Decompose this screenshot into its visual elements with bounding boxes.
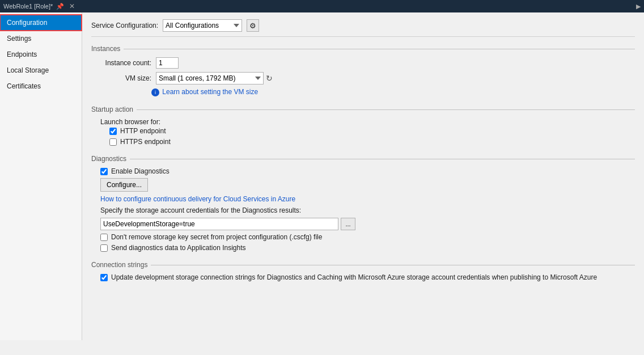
service-config-select[interactable]: All Configurations Cloud Local: [163, 19, 242, 32]
service-config-row: Service Configuration: All Configuration…: [91, 19, 635, 37]
storage-input-row: ...: [91, 218, 635, 230]
sidebar-item-certificates[interactable]: Certificates: [0, 78, 82, 94]
cloud-services-link[interactable]: How to configure continuous delivery for…: [100, 195, 295, 203]
diagnostics-section: Diagnostics Enable Diagnostics Configure…: [91, 155, 635, 252]
instance-count-input[interactable]: [156, 57, 179, 69]
learn-link-row: i Learn about setting the VM size: [91, 88, 635, 96]
update-connection-strings-label: Update development storage connection st…: [111, 273, 597, 281]
instances-section: Instances Instance count: VM size: Small…: [91, 45, 635, 96]
https-endpoint-label: HTTPS endpoint: [120, 138, 171, 146]
send-diagnostics-label: Send diagnostics data to Application Ins…: [111, 244, 246, 252]
title-bar-right: ▶: [636, 3, 641, 10]
launch-browser-label: Launch browser for:: [100, 118, 160, 126]
diagnostics-section-header: Diagnostics: [91, 155, 635, 163]
instance-count-row: Instance count:: [91, 57, 635, 69]
vm-size-select[interactable]: Small (1 cores, 1792 MB) Medium (2 cores…: [156, 72, 264, 84]
vm-size-row: VM size: Small (1 cores, 1792 MB) Medium…: [91, 72, 635, 84]
tab-close-btn[interactable]: ✕: [67, 2, 77, 11]
send-diagnostics-row: Send diagnostics data to Application Ins…: [91, 244, 635, 252]
launch-browser-label-row: Launch browser for:: [91, 118, 635, 126]
title-bar: WebRole1 [Role]* 📌 ✕ ▶: [0, 0, 644, 12]
no-remove-storage-label: Don't remove storage key secret from pro…: [111, 233, 322, 241]
no-remove-storage-checkbox[interactable]: [100, 234, 108, 241]
enable-diagnostics-checkbox[interactable]: [100, 168, 108, 175]
connection-strings-header: Connection strings: [91, 261, 635, 269]
sidebar-item-settings[interactable]: Settings: [0, 31, 82, 47]
instances-section-header: Instances: [91, 45, 635, 53]
http-endpoint-label: HTTP endpoint: [120, 127, 166, 135]
sidebar: Configuration Settings Endpoints Local S…: [0, 12, 82, 340]
startup-action-header: Startup action: [91, 105, 635, 113]
title-bar-left: WebRole1 [Role]* 📌 ✕: [3, 2, 77, 11]
scroll-right-icon[interactable]: ▶: [636, 3, 641, 10]
info-icon: i: [151, 88, 159, 96]
storage-account-input[interactable]: [100, 218, 338, 230]
sidebar-item-local-storage[interactable]: Local Storage: [0, 62, 82, 78]
no-remove-storage-row: Don't remove storage key secret from pro…: [91, 233, 635, 241]
http-endpoint-row: HTTP endpoint: [91, 127, 635, 135]
sidebar-item-configuration[interactable]: Configuration: [0, 15, 82, 31]
startup-action-section: Startup action Launch browser for: HTTP …: [91, 105, 635, 146]
send-diagnostics-checkbox[interactable]: [100, 244, 108, 252]
http-endpoint-checkbox[interactable]: [109, 128, 117, 135]
pin-icon: 📌: [56, 3, 64, 10]
learn-vm-size-link[interactable]: Learn about setting the VM size: [162, 88, 258, 96]
vm-size-refresh-icon[interactable]: ↻: [266, 74, 273, 83]
browse-btn[interactable]: ...: [341, 218, 355, 230]
sidebar-item-endpoints[interactable]: Endpoints: [0, 47, 82, 62]
https-endpoint-checkbox[interactable]: [109, 138, 117, 146]
main-layout: Configuration Settings Endpoints Local S…: [0, 12, 644, 340]
refresh-icon: ⚙: [249, 22, 256, 30]
enable-diagnostics-row: Enable Diagnostics: [91, 167, 635, 175]
enable-diagnostics-label: Enable Diagnostics: [111, 167, 170, 175]
storage-specify-label: Specify the storage account credentials …: [100, 206, 301, 214]
service-config-refresh-btn[interactable]: ⚙: [247, 19, 259, 32]
update-connection-strings-checkbox[interactable]: [100, 274, 108, 281]
vm-size-select-wrap: Small (1 cores, 1792 MB) Medium (2 cores…: [156, 72, 273, 84]
tab-title: WebRole1 [Role]*: [3, 3, 53, 10]
update-connection-strings-row: Update development storage connection st…: [91, 273, 635, 281]
connection-strings-section: Connection strings Update development st…: [91, 261, 635, 281]
content-area: Service Configuration: All Configuration…: [82, 12, 644, 340]
service-config-label: Service Configuration:: [91, 22, 158, 29]
https-endpoint-row: HTTPS endpoint: [91, 138, 635, 146]
configure-btn[interactable]: Configure...: [100, 178, 148, 192]
instance-count-label: Instance count:: [100, 59, 151, 67]
storage-specify-label-row: Specify the storage account credentials …: [91, 206, 635, 214]
vm-size-label: VM size:: [100, 74, 151, 82]
diagnostics-link-row: How to configure continuous delivery for…: [91, 195, 635, 203]
